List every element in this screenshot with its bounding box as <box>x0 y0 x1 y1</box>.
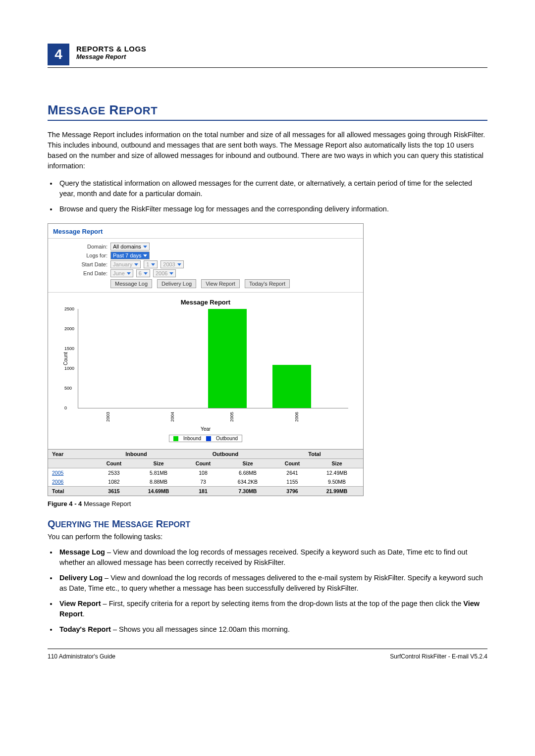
view-report-button[interactable]: View Report <box>201 279 240 288</box>
table-cell: 8.88MB <box>136 479 181 485</box>
table-subheader-size: Size <box>136 460 181 466</box>
chapter-number-badge: 4 <box>48 44 69 65</box>
year-link[interactable]: 2005 <box>52 470 63 476</box>
chevron-down-icon <box>169 272 173 275</box>
chart-x-tick: 2004 <box>170 412 175 422</box>
chart-x-tick: 2006 <box>294 412 299 422</box>
table-header-year: Year <box>52 451 92 457</box>
message-report-screenshot: Message Report Domain: All domains Logs … <box>48 223 364 496</box>
chevron-down-icon <box>134 263 138 266</box>
footer-right-text: SurfControl RiskFilter - E-mail V5.2.4 <box>390 653 487 660</box>
chart-y-tick: 1500 <box>64 346 74 351</box>
chart-y-tick: 500 <box>64 386 72 391</box>
report-table: Year Inbound Outbound Total Count Size C… <box>48 449 363 496</box>
table-header-total: Total <box>270 451 359 457</box>
task-item: Message Log – View and download the log … <box>57 547 487 568</box>
domain-label: Domain: <box>53 244 107 250</box>
table-cell: 12.49MB <box>315 470 359 476</box>
table-cell: 5.81MB <box>136 470 181 476</box>
start-date-label: Start Date: <box>53 261 107 267</box>
task-item: Today's Report – Shows you all messages … <box>57 624 487 635</box>
chevron-down-icon <box>144 272 148 275</box>
table-cell: 9.50MB <box>315 479 359 485</box>
start-day-select[interactable]: 1 <box>144 260 158 268</box>
table-row: 2006 1082 8.88MB 73 634.2KB 1155 9.50MB <box>48 477 363 486</box>
table-cell: 73 <box>181 479 225 485</box>
chart-bar <box>208 309 247 408</box>
page-footer: 110 Administrator's Guide SurfControl Ri… <box>48 653 487 660</box>
header-divider <box>48 67 487 68</box>
intro-paragraph: The Message Report includes information … <box>48 130 487 171</box>
end-date-label: End Date: <box>53 270 107 276</box>
table-subheader-count: Count <box>270 460 315 466</box>
logs-for-label: Logs for: <box>53 252 107 258</box>
legend-swatch-outbound <box>206 436 211 441</box>
year-link[interactable]: 2006 <box>52 479 63 485</box>
end-month-select[interactable]: June <box>110 269 133 277</box>
delivery-log-button[interactable]: Delivery Log <box>157 279 196 288</box>
footer-page-number: 110 <box>48 653 57 660</box>
table-cell: 3796 <box>270 488 315 494</box>
page-title: MESSAGE REPORT <box>48 102 487 118</box>
start-month-select[interactable]: January <box>110 260 141 268</box>
figure-caption: Figure 4 - 4 Message Report <box>48 500 487 507</box>
chevron-down-icon <box>151 263 155 266</box>
end-day-select[interactable]: 6 <box>136 269 150 277</box>
intro-bullet-list: Query the statistical information on all… <box>48 178 487 214</box>
bar-chart: Count 0 500 1000 1500 2000 2500 2003 200… <box>78 309 348 408</box>
table-cell: 7.30MB <box>225 488 270 494</box>
chevron-down-icon <box>127 272 131 275</box>
intro-bullet-item: Browse and query the RiskFilter message … <box>57 204 487 214</box>
table-cell: 3615 <box>92 488 136 494</box>
logs-for-select[interactable]: Past 7 days <box>110 252 150 259</box>
chart-x-tick: 2005 <box>229 412 234 422</box>
table-cell: 2641 <box>270 470 315 476</box>
todays-report-button[interactable]: Today's Report <box>245 279 290 288</box>
chart-x-axis-label: Year <box>58 426 353 432</box>
header-subsection-title: Message Report <box>76 53 146 60</box>
table-cell: 21.99MB <box>315 488 359 494</box>
footer-left-text: Administrator's Guide <box>57 653 115 660</box>
table-cell: 634.2KB <box>225 479 270 485</box>
domain-select[interactable]: All domains <box>110 243 150 251</box>
chart-y-tick: 0 <box>64 405 67 410</box>
table-header-inbound: Inbound <box>92 451 181 457</box>
table-header-outbound: Outbound <box>181 451 270 457</box>
tasks-intro: You can perform the following tasks: <box>48 532 487 542</box>
chevron-down-icon <box>177 263 181 266</box>
chart-bar <box>272 365 311 408</box>
table-cell: 1155 <box>270 479 315 485</box>
chart-title: Message Report <box>58 299 353 306</box>
title-divider <box>48 120 487 121</box>
footer-divider <box>48 649 487 649</box>
legend-label-outbound: Outbound <box>216 436 238 441</box>
table-cell: 108 <box>181 470 225 476</box>
page-header: 4 REPORTS & LOGS Message Report <box>48 44 487 65</box>
tasks-list: Message Log – View and download the log … <box>48 547 487 635</box>
table-total-label: Total <box>52 488 92 494</box>
chevron-down-icon <box>143 246 147 248</box>
end-year-select[interactable]: 2006 <box>153 269 176 277</box>
table-cell: 14.69MB <box>136 488 181 494</box>
message-log-button[interactable]: Message Log <box>110 279 152 288</box>
table-total-row: Total 3615 14.69MB 181 7.30MB 3796 21.99… <box>48 486 363 496</box>
table-subheader-size: Size <box>225 460 270 466</box>
start-year-select[interactable]: 2003 <box>160 260 183 268</box>
chart-legend: Inbound Outbound <box>58 435 353 442</box>
chart-x-tick: 2003 <box>106 412 110 422</box>
task-item: View Report – First, specify criteria fo… <box>57 599 487 619</box>
chart-y-axis-label: Count <box>63 352 68 365</box>
table-cell: 181 <box>181 488 225 494</box>
panel-title: Message Report <box>48 224 363 236</box>
legend-label-inbound: Inbound <box>183 436 201 441</box>
table-row: 2005 2533 5.81MB 108 6.68MB 2641 12.49MB <box>48 468 363 477</box>
chart-y-tick: 2000 <box>64 326 74 331</box>
table-cell: 2533 <box>92 470 136 476</box>
table-subheader-size: Size <box>315 460 359 466</box>
intro-bullet-item: Query the statistical information on all… <box>57 178 487 199</box>
task-item: Delivery Log – View and download the log… <box>57 573 487 594</box>
table-cell: 6.68MB <box>225 470 270 476</box>
legend-swatch-inbound <box>173 436 178 441</box>
chevron-down-icon <box>143 254 147 257</box>
header-section-title: REPORTS & LOGS <box>76 45 146 53</box>
